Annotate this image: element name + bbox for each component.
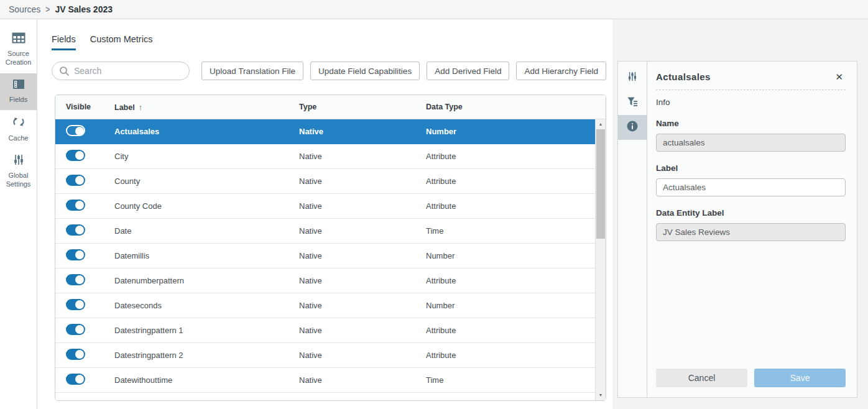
- table-row[interactable]: Dateseconds Native Number: [55, 293, 606, 318]
- visibility-toggle[interactable]: [66, 324, 85, 335]
- toggle-knob: [75, 127, 84, 136]
- close-icon[interactable]: ✕: [833, 71, 846, 83]
- table-row[interactable]: Datemillis Native Number: [55, 244, 606, 269]
- table-vertical-scrollbar[interactable]: ▲ ▼: [595, 119, 606, 400]
- visibility-toggle[interactable]: [66, 249, 85, 260]
- sidebar-item-label: Source Creation: [1, 49, 35, 67]
- table-row[interactable]: County Code Native Attribute: [55, 194, 606, 219]
- column-header-type[interactable]: Type: [299, 103, 426, 111]
- row-data-type: Attribute: [426, 276, 606, 285]
- table-row[interactable]: Datewithouttime Native Time: [55, 368, 606, 393]
- panel-tab-settings-sliders[interactable]: [618, 65, 647, 90]
- sidebar-item-source-creation[interactable]: Source Creation: [0, 27, 37, 73]
- sliders-icon: [627, 71, 637, 84]
- row-visible-cell: [55, 175, 114, 188]
- visibility-toggle[interactable]: [66, 299, 85, 310]
- scroll-up-icon[interactable]: ▲: [596, 120, 606, 129]
- table-row[interactable]: Datestringpattern 1 Native Attribute: [55, 318, 606, 343]
- visibility-toggle[interactable]: [66, 125, 85, 136]
- table-body: Actualsales Native Number City Native At…: [55, 119, 606, 393]
- row-data-type: Attribute: [426, 351, 606, 360]
- column-header-data-type[interactable]: Data Type: [426, 103, 606, 111]
- toggle-knob: [75, 201, 84, 209]
- row-type: Native: [299, 251, 426, 260]
- name-field-label: Name: [656, 119, 846, 128]
- panel-tab-filter[interactable]: [618, 90, 647, 115]
- row-type: Native: [299, 201, 426, 211]
- column-header-visible[interactable]: Visible: [55, 103, 114, 111]
- cancel-button[interactable]: Cancel: [656, 369, 747, 387]
- row-label: Datewithouttime: [114, 375, 299, 385]
- row-visible-cell: [55, 125, 114, 138]
- row-type: Native: [299, 152, 426, 161]
- table-row[interactable]: City Native Attribute: [55, 144, 606, 169]
- visibility-toggle[interactable]: [66, 374, 85, 385]
- row-label: Datemillis: [114, 251, 299, 260]
- column-header-label-text: Label: [114, 103, 135, 112]
- toggle-knob: [75, 325, 84, 334]
- sliders-icon: [13, 154, 24, 168]
- right-zone: Actualsales ✕ Info Name Label Data Entit…: [612, 19, 868, 409]
- row-data-type: Attribute: [426, 177, 606, 186]
- table-row[interactable]: Actualsales Native Number: [55, 119, 606, 144]
- row-data-type: Attribute: [426, 152, 606, 161]
- table-row[interactable]: Datestringpattern 2 Native Attribute: [55, 343, 606, 368]
- table-row[interactable]: Date Native Time: [55, 219, 606, 244]
- row-data-type: Attribute: [426, 201, 606, 211]
- breadcrumb-root-link[interactable]: Sources: [9, 4, 40, 14]
- name-field: [656, 134, 846, 152]
- breadcrumb-current: JV Sales 2023: [55, 4, 113, 14]
- row-visible-cell: [55, 150, 114, 163]
- upload-translation-file-button[interactable]: Upload Translation File: [201, 62, 303, 80]
- toggle-knob: [75, 375, 84, 384]
- table-row[interactable]: Datenumberpattern Native Attribute: [55, 269, 606, 293]
- search-box[interactable]: [52, 62, 190, 80]
- row-visible-cell: [55, 274, 114, 287]
- visibility-toggle[interactable]: [66, 150, 85, 161]
- table-header-row: Visible Label↑ Type Data Type: [55, 95, 606, 119]
- toolbar: Upload Translation File Update Field Cap…: [52, 62, 606, 80]
- panel-footer: Cancel Save: [656, 369, 846, 387]
- add-derived-field-button[interactable]: Add Derived Field: [427, 62, 509, 80]
- row-type: Native: [299, 326, 426, 335]
- toolbar-buttons: Upload Translation File Update Field Cap…: [201, 62, 606, 80]
- row-data-type: Attribute: [426, 326, 606, 335]
- label-field[interactable]: [656, 178, 846, 196]
- visibility-toggle[interactable]: [66, 349, 85, 360]
- column-header-label[interactable]: Label↑: [114, 103, 299, 112]
- row-type: Native: [299, 301, 426, 310]
- search-input[interactable]: [74, 66, 187, 76]
- panel-tool-strip: [618, 62, 647, 397]
- sort-ascending-icon: ↑: [139, 103, 143, 112]
- topbar: Sources > JV Sales 2023: [0, 0, 868, 19]
- visibility-toggle[interactable]: [66, 200, 85, 211]
- visibility-toggle[interactable]: [66, 175, 85, 186]
- sidebar-item-fields[interactable]: Fields: [0, 73, 37, 110]
- row-visible-cell: [55, 224, 114, 237]
- tab-fields[interactable]: Fields: [52, 34, 76, 50]
- toggle-knob: [75, 250, 84, 259]
- sidebar-item-cache[interactable]: Cache: [0, 110, 37, 149]
- visibility-toggle[interactable]: [66, 224, 85, 236]
- visibility-toggle[interactable]: [66, 274, 85, 285]
- table-row[interactable]: County Native Attribute: [55, 169, 606, 194]
- row-label: Datestringpattern 1: [114, 326, 299, 335]
- save-button[interactable]: Save: [754, 369, 846, 387]
- sidebar-item-global-settings[interactable]: Global Settings: [0, 149, 37, 195]
- scrollbar-thumb[interactable]: [596, 129, 605, 239]
- panel-tab-info[interactable]: [618, 115, 647, 140]
- info-section-label: Info: [656, 98, 846, 107]
- row-data-type: Number: [426, 127, 606, 136]
- row-label: County: [114, 177, 299, 186]
- update-field-capabilities-button[interactable]: Update Field Capabilities: [310, 62, 420, 80]
- table-grid-icon: [12, 32, 25, 46]
- refresh-icon: [12, 116, 25, 131]
- filter-icon: [627, 97, 638, 109]
- search-icon: [59, 66, 70, 76]
- tab-custom-metrics[interactable]: Custom Metrics: [90, 34, 153, 50]
- row-data-type: Time: [426, 226, 606, 236]
- row-visible-cell: [55, 324, 114, 337]
- scroll-down-icon[interactable]: ▼: [596, 391, 606, 400]
- fields-table: Visible Label↑ Type Data Type Actualsale…: [55, 94, 606, 401]
- add-hierarchy-field-button[interactable]: Add Hierarchy Field: [516, 62, 606, 80]
